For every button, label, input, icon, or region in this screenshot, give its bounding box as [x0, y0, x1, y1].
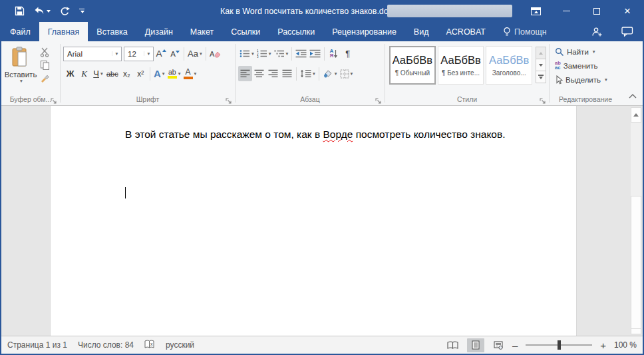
- scrollbar-track[interactable]: [631, 123, 641, 319]
- multilevel-list-button[interactable]: ▾: [273, 46, 290, 61]
- proofing-status[interactable]: x: [144, 340, 155, 351]
- styles-dialog-launcher[interactable]: [540, 95, 547, 103]
- save-button[interactable]: [15, 6, 25, 16]
- zoom-out-button[interactable]: –: [512, 340, 518, 350]
- font-name-combo[interactable]: Arial ▾: [63, 47, 122, 61]
- zoom-in-button[interactable]: +: [600, 340, 606, 350]
- cut-button[interactable]: [40, 47, 50, 57]
- bold-button[interactable]: Ж: [63, 66, 77, 81]
- print-layout-button[interactable]: [467, 338, 484, 352]
- underline-button[interactable]: Ч▾: [91, 66, 105, 81]
- close-button[interactable]: ×: [612, 0, 643, 22]
- select-dropdown-icon[interactable]: ▾: [605, 77, 607, 83]
- styles-gallery-down-button[interactable]: [536, 59, 546, 71]
- multilevel-dropdown-icon[interactable]: ▾: [286, 51, 289, 57]
- language-indicator[interactable]: русский: [166, 340, 194, 350]
- show-marks-button[interactable]: ¶: [341, 46, 355, 61]
- decrease-indent-button[interactable]: [294, 46, 308, 61]
- shading-dropdown-icon[interactable]: ▾: [335, 71, 337, 77]
- underline-dropdown-icon[interactable]: ▾: [100, 71, 103, 77]
- clear-formatting-button[interactable]: A: [208, 46, 222, 61]
- minimize-button[interactable]: [551, 0, 581, 22]
- subscript-button[interactable]: x₂: [120, 66, 134, 81]
- word-count[interactable]: Число слов: 84: [78, 340, 134, 350]
- superscript-button[interactable]: x²: [134, 66, 148, 81]
- borders-button[interactable]: ▾: [339, 66, 355, 81]
- align-center-button[interactable]: [252, 66, 266, 81]
- font-color-dropdown-icon[interactable]: ▾: [194, 71, 197, 77]
- paste-dropdown-icon[interactable]: ▾: [20, 79, 23, 84]
- bullets-button[interactable]: ▾: [238, 46, 255, 61]
- shrink-font-button[interactable]: A: [168, 46, 182, 61]
- font-name-dropdown-icon[interactable]: ▾: [112, 51, 121, 57]
- collapse-ribbon-button[interactable]: [629, 89, 637, 101]
- document-page[interactable]: В этой статье мы расскажем о том, как в …: [50, 106, 577, 336]
- tab-references[interactable]: Ссылки: [222, 22, 269, 41]
- style-normal[interactable]: АаБбВв ¶ Обычный: [389, 46, 436, 85]
- line-spacing-button[interactable]: ▾: [299, 66, 317, 81]
- text-effects-button[interactable]: A▾: [152, 66, 166, 81]
- text-highlight-button[interactable]: ab ▾: [166, 66, 182, 81]
- highlight-dropdown-icon[interactable]: ▾: [178, 71, 181, 77]
- font-size-combo[interactable]: 12 ▾: [124, 47, 154, 61]
- tab-mailings[interactable]: Рассылки: [269, 22, 323, 41]
- align-right-button[interactable]: [266, 66, 280, 81]
- justify-button[interactable]: [280, 66, 294, 81]
- borders-dropdown-icon[interactable]: ▾: [351, 71, 353, 77]
- vertical-scrollbar[interactable]: [631, 107, 641, 334]
- tab-home[interactable]: Главная: [39, 22, 88, 41]
- read-mode-button[interactable]: [444, 338, 462, 352]
- change-case-button[interactable]: Aa▾: [186, 46, 204, 61]
- font-size-dropdown-icon[interactable]: ▾: [144, 51, 153, 57]
- sign-in-button[interactable]: [582, 22, 612, 41]
- clipboard-dialog-launcher[interactable]: [51, 95, 58, 103]
- shading-button[interactable]: ▾: [321, 66, 339, 81]
- copy-button[interactable]: [40, 60, 50, 70]
- tab-design[interactable]: Дизайн: [136, 22, 182, 41]
- format-painter-button[interactable]: [40, 73, 50, 83]
- tab-file[interactable]: Файл: [1, 22, 39, 41]
- style-heading1[interactable]: АаБбВв Заголово...: [486, 46, 532, 85]
- tab-layout[interactable]: Макет: [182, 22, 222, 41]
- scroll-up-button[interactable]: [631, 107, 641, 123]
- undo-button[interactable]: [34, 7, 51, 15]
- undo-dropdown-icon[interactable]: [47, 10, 51, 13]
- ribbon-display-options-button[interactable]: [520, 0, 551, 22]
- style-no-spacing[interactable]: АаБбВв ¶ Без инте...: [438, 46, 484, 85]
- find-button[interactable]: Найти ▾: [550, 45, 621, 59]
- paragraph-dialog-launcher[interactable]: [375, 95, 383, 103]
- font-color-button[interactable]: А ▾: [182, 66, 198, 81]
- bullets-dropdown-icon[interactable]: ▾: [251, 51, 254, 57]
- redo-button[interactable]: [60, 7, 70, 16]
- increase-indent-button[interactable]: [308, 46, 322, 61]
- select-button[interactable]: Выделить ▾: [550, 73, 621, 87]
- line-spacing-dropdown-icon[interactable]: ▾: [313, 71, 315, 77]
- font-dialog-launcher[interactable]: [226, 95, 233, 103]
- comments-button[interactable]: [612, 22, 643, 41]
- paste-button[interactable]: Вставить ▾: [1, 45, 40, 84]
- web-layout-button[interactable]: [490, 338, 507, 352]
- zoom-slider-handle[interactable]: [558, 340, 561, 350]
- grow-font-button[interactable]: A: [154, 46, 168, 61]
- zoom-level[interactable]: 100 %: [611, 340, 637, 350]
- numbering-dropdown-icon[interactable]: ▾: [269, 51, 271, 57]
- styles-gallery-up-button[interactable]: [536, 47, 546, 59]
- align-left-button[interactable]: [238, 66, 252, 81]
- text-effects-dropdown-icon[interactable]: ▾: [162, 71, 165, 77]
- zoom-slider[interactable]: [526, 344, 592, 346]
- page-indicator[interactable]: Страница 1 из 1: [7, 340, 67, 350]
- strikethrough-button[interactable]: abc: [105, 66, 120, 81]
- tab-tell-me[interactable]: Помощн: [494, 22, 556, 41]
- tab-review[interactable]: Рецензирование: [323, 22, 405, 41]
- sort-button[interactable]: АЯ: [327, 46, 341, 61]
- scrollbar-thumb[interactable]: [631, 196, 641, 329]
- styles-gallery-more-button[interactable]: [536, 71, 546, 83]
- maximize-button[interactable]: [581, 0, 612, 22]
- tab-insert[interactable]: Вставка: [88, 22, 136, 41]
- replace-button[interactable]: abac Заменить: [550, 59, 621, 73]
- tab-view[interactable]: Вид: [405, 22, 438, 41]
- tab-acrobat[interactable]: ACROBAT: [437, 22, 494, 41]
- find-dropdown-icon[interactable]: ▾: [593, 49, 595, 55]
- numbering-button[interactable]: 123 ▾: [255, 46, 273, 61]
- customize-quick-access-button[interactable]: [79, 9, 84, 14]
